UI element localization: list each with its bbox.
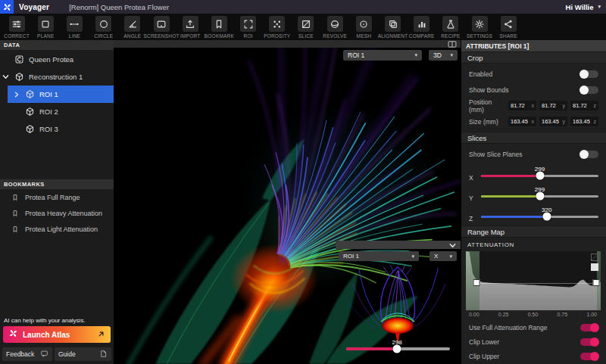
- bookmark-icon: [211, 16, 227, 32]
- tool-settings[interactable]: SETTINGS: [465, 14, 494, 39]
- slider-z-track[interactable]: 320: [481, 216, 598, 219]
- slice-slider-z: Z 320: [461, 203, 606, 223]
- slider-y-handle[interactable]: [536, 192, 544, 201]
- slices-section-header[interactable]: Slices: [461, 132, 606, 144]
- viewport-roi-dropdown[interactable]: ROI 1 ▾: [343, 50, 422, 61]
- tool-mesh[interactable]: MESH: [349, 14, 378, 39]
- bookmark-label: Protea Light Attenuation: [25, 226, 98, 233]
- tree-item-roi-1[interactable]: ROI 1: [0, 86, 114, 103]
- data-sidebar: DATA Queen Protea Reconstruction 1 ROI 1…: [0, 40, 114, 364]
- tool-alignment[interactable]: ALIGNMENT: [378, 14, 407, 39]
- tree-item-label: ROI 3: [39, 125, 58, 133]
- chevron-down-icon[interactable]: [2, 73, 10, 80]
- tool-line[interactable]: LINE: [60, 14, 89, 39]
- viewport-mode-dropdown[interactable]: 3D ▾: [429, 50, 458, 61]
- show-slice-planes-toggle[interactable]: [580, 151, 598, 158]
- position-z-field[interactable]: 81.72z: [570, 101, 598, 110]
- size-y-field[interactable]: 163.45y: [539, 117, 567, 126]
- ai-hint-text: AI can help with your analysis.: [4, 317, 86, 324]
- clip-upper-toggle[interactable]: [580, 353, 598, 360]
- bookmark-icon: [11, 226, 19, 233]
- chevron-right-icon[interactable]: [12, 92, 20, 98]
- show-bounds-toggle[interactable]: [580, 86, 598, 94]
- compare-icon: [414, 16, 430, 32]
- position-y-field[interactable]: 81.72y: [539, 101, 567, 110]
- atlas-pinwheel-icon: [8, 328, 18, 341]
- crop-section-header[interactable]: Crop: [461, 51, 606, 64]
- use-full-attenuation-range-toggle[interactable]: [580, 324, 598, 331]
- ramp-inverse-icon[interactable]: [591, 263, 598, 271]
- show-bounds-row: Show Bounds: [461, 82, 606, 98]
- mini-panel-collapse-bar[interactable]: [336, 241, 461, 249]
- tree-item-queen-protea[interactable]: Queen Protea: [0, 51, 114, 68]
- chevron-down-icon: ▾: [414, 52, 417, 58]
- user-greeting: Hi Willie: [566, 3, 594, 11]
- feedback-button[interactable]: Feedback: [2, 347, 52, 361]
- porosity-icon: [269, 16, 285, 32]
- range-handle-right[interactable]: [592, 279, 599, 286]
- tool-plane[interactable]: PLANE: [31, 14, 60, 39]
- clip-lower-row: Clip Lower: [461, 334, 606, 349]
- mini-axis-dropdown[interactable]: X ▾: [430, 251, 457, 261]
- tool-share[interactable]: SHARE: [494, 14, 523, 39]
- tool-correct[interactable]: CORRECT: [2, 14, 31, 39]
- slider-x-handle[interactable]: [536, 172, 544, 180]
- tool-slice[interactable]: SLICE: [292, 14, 320, 39]
- bookmark-item-protea-full-range[interactable]: Protea Full Range: [0, 189, 114, 205]
- tree-item-roi-2[interactable]: ROI 2: [0, 103, 114, 120]
- circle-icon: [95, 16, 111, 32]
- share-icon: [501, 16, 517, 32]
- show-slice-planes-row: Show Slice Planes: [461, 146, 606, 162]
- slice-view-canvas[interactable]: [336, 262, 461, 346]
- mini-slice-slider-handle[interactable]: [393, 344, 401, 353]
- mini-slice-slider-track[interactable]: 298: [346, 347, 450, 350]
- tool-screenshot[interactable]: SCREENSHOT: [147, 14, 176, 39]
- clip-lower-toggle[interactable]: [580, 338, 598, 346]
- clip-upper-row: Clip Upper: [461, 349, 606, 363]
- app-name: Voyager: [19, 3, 49, 11]
- plane-icon: [38, 16, 54, 32]
- axis-tick: 0.50: [528, 312, 539, 317]
- launch-atlas-button[interactable]: Launch Atlas: [3, 326, 111, 343]
- tool-compare[interactable]: COMPARE: [408, 14, 436, 39]
- tool-roi[interactable]: ROI: [234, 14, 263, 39]
- tool-angle[interactable]: ANGLE: [118, 14, 147, 39]
- slider-x-track[interactable]: 299: [481, 175, 598, 178]
- tool-bookmark[interactable]: BOOKMARK: [205, 14, 233, 39]
- mini-roi-dropdown[interactable]: ROI 1 ▾: [339, 251, 419, 261]
- position-x-field[interactable]: 81.72x: [508, 101, 536, 110]
- viewport-roi-value: ROI 1: [348, 51, 364, 59]
- split-pane-icon[interactable]: [448, 40, 457, 51]
- tool-import[interactable]: IMPORT: [176, 14, 205, 39]
- slider-z-handle[interactable]: [542, 213, 551, 221]
- tree-item-reconstruction-1[interactable]: Reconstruction 1: [0, 68, 114, 86]
- recipe-icon: [442, 16, 458, 32]
- guide-button[interactable]: Guide: [55, 347, 111, 361]
- user-menu[interactable]: Hi Willie ▾: [566, 3, 601, 11]
- roi-icon: [240, 16, 256, 32]
- tool-revolve[interactable]: REVOLVE: [320, 14, 349, 39]
- render-viewport: ROI 1 ▾ 3D ▾ ROI 1 ▾ X ▾: [114, 40, 461, 364]
- chevron-down-icon: ▾: [450, 52, 453, 58]
- data-section-header: DATA: [0, 40, 114, 50]
- angle-icon: [124, 16, 140, 32]
- screenshot-icon: [154, 16, 170, 32]
- enabled-toggle[interactable]: [580, 70, 598, 78]
- tool-porosity[interactable]: POROSITY: [263, 14, 292, 39]
- bookmark-item-protea-light-attenuation[interactable]: Protea Light Attenuation: [0, 221, 114, 237]
- size-x-field[interactable]: 163.45x: [508, 117, 536, 126]
- tool-circle[interactable]: CIRCLE: [89, 14, 118, 39]
- document-icon: [99, 350, 108, 359]
- size-z-field[interactable]: 163.45z: [570, 117, 598, 126]
- tree-item-roi-3[interactable]: ROI 3: [0, 120, 114, 138]
- slider-y-track[interactable]: 299: [481, 195, 598, 198]
- slice-slider-x: X 299: [461, 162, 606, 182]
- tool-recipe[interactable]: RECIPE: [436, 14, 465, 39]
- bookmark-icon: [11, 210, 19, 217]
- main-toolbar: CORRECT PLANE LINE CIRCLE ANGLE SCREENSH…: [0, 14, 606, 40]
- sliders-icon: [9, 16, 25, 32]
- range-handle-left[interactable]: [473, 279, 480, 286]
- axis-tick: 1.00: [586, 312, 597, 317]
- range-map-section-header[interactable]: Range Map: [461, 226, 606, 238]
- bookmark-item-protea-heavy-attenuation[interactable]: Protea Heavy Attenuation: [0, 205, 114, 221]
